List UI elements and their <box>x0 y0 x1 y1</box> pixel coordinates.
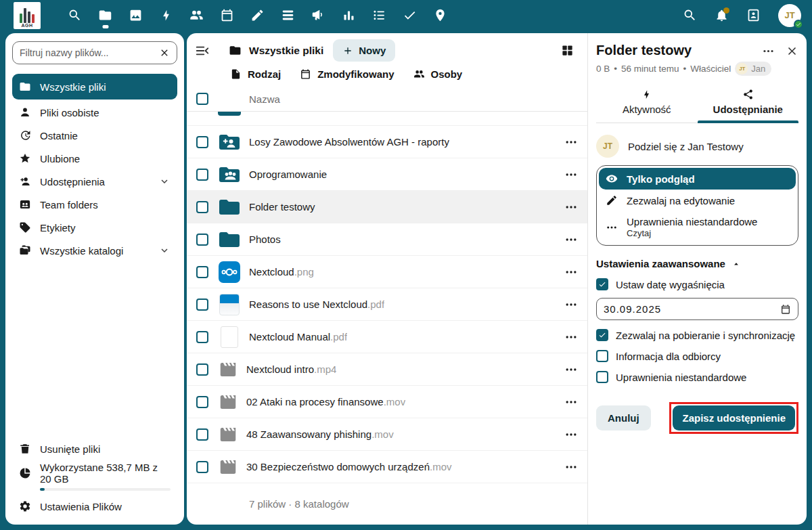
sidebar-nav: Wszystkie pliki Pliki osobiste Ostatnie … <box>12 74 177 262</box>
expiry-date-checkbox[interactable] <box>596 278 608 290</box>
owner-label: Właściciel <box>690 64 731 74</box>
sidebar-item-recent[interactable]: Ostatnie <box>12 124 177 147</box>
save-share-button[interactable]: Zapisz udostępnienie <box>673 405 795 430</box>
row-checkbox[interactable] <box>196 169 208 181</box>
column-header-name[interactable]: Nazwa <box>249 93 280 105</box>
row-actions-icon[interactable] <box>564 428 578 441</box>
option-view-only[interactable]: Tylko podgląd <box>599 168 796 190</box>
sidebar-item-shares[interactable]: Udostępnienia <box>12 170 177 193</box>
row-checkbox[interactable] <box>196 136 208 148</box>
sidebar-item-favorites[interactable]: Ulubione <box>12 147 177 170</box>
files-app-icon[interactable] <box>98 8 112 22</box>
cancel-button[interactable]: Anuluj <box>596 405 651 430</box>
panel-more-actions-icon[interactable] <box>762 45 775 58</box>
row-checkbox[interactable] <box>196 266 208 278</box>
bolt-icon <box>641 89 652 100</box>
row-checkbox[interactable] <box>196 396 208 408</box>
note-checkbox[interactable] <box>596 350 608 362</box>
row-checkbox[interactable] <box>196 201 208 213</box>
gear-icon <box>19 500 31 512</box>
advanced-settings-toggle[interactable]: Ustawienia zaawansowane <box>596 258 798 269</box>
filter-chip-type[interactable]: Rodzaj <box>230 68 281 80</box>
maps-app-icon[interactable] <box>433 8 447 22</box>
expiry-date-input[interactable]: 30.09.2025 <box>596 298 798 320</box>
photos-app-icon[interactable] <box>129 8 143 22</box>
contacts-menu-icon[interactable] <box>746 8 761 22</box>
checklist-app-icon[interactable] <box>372 8 386 22</box>
analytics-app-icon[interactable] <box>342 8 356 22</box>
new-button[interactable]: Nowy <box>333 39 395 62</box>
tasks-app-icon[interactable] <box>403 8 417 22</box>
row-actions-icon[interactable] <box>564 233 578 246</box>
file-row[interactable]: 30 Bezpieczeństwo domowych urządzeń.mov <box>187 451 587 483</box>
custom-permissions-checkbox[interactable] <box>596 371 608 383</box>
file-row[interactable]: Reasons to use Nextcloud.pdf <box>187 288 587 321</box>
clear-filter-icon[interactable] <box>159 47 170 58</box>
row-checkbox[interactable] <box>196 363 208 376</box>
agh-logo[interactable]: AGH <box>14 2 41 29</box>
owner-chip[interactable]: JT Jan <box>735 62 771 76</box>
notifications-bell-icon[interactable] <box>715 8 729 22</box>
announcements-app-icon[interactable] <box>311 8 325 22</box>
file-row[interactable]: Nextcloud Manual.pdf <box>187 321 587 353</box>
file-row[interactable]: Photos <box>187 223 587 256</box>
sidebar-item-deleted-files[interactable]: Usunięte pliki <box>12 437 177 460</box>
tab-activity[interactable]: Aktywność <box>596 84 698 123</box>
row-actions-icon[interactable] <box>564 168 578 181</box>
partially-scrolled-row[interactable] <box>187 112 587 126</box>
expiry-date-checkbox-row[interactable]: Ustaw datę wygaśnięcia <box>596 278 798 290</box>
tab-sharing[interactable]: Udostępnianie <box>698 84 799 123</box>
file-row[interactable]: Losy Zawodowe Absolwentów AGH - raporty <box>187 126 587 158</box>
custom-permissions-checkbox-row[interactable]: Uprawnienia niestandardowe <box>596 371 798 383</box>
deck-app-icon[interactable] <box>281 8 295 22</box>
sidebar-item-all-catalogs[interactable]: Wszystkie katalogi <box>12 239 177 262</box>
row-actions-icon[interactable] <box>564 460 578 474</box>
chevron-down-icon[interactable] <box>158 244 171 257</box>
row-checkbox[interactable] <box>196 299 208 311</box>
collapse-sidebar-icon[interactable] <box>195 43 210 58</box>
breadcrumb[interactable]: Wszystkie pliki <box>229 44 323 57</box>
sidebar-item-all-files[interactable]: Wszystkie pliki <box>12 74 177 100</box>
row-actions-icon[interactable] <box>564 135 578 149</box>
row-actions-icon[interactable] <box>564 395 578 409</box>
download-checkbox-row[interactable]: Zezwalaj na pobieranie i synchronizację <box>596 329 798 341</box>
row-checkbox[interactable] <box>196 428 208 441</box>
calendar-app-icon[interactable] <box>220 8 234 22</box>
row-checkbox[interactable] <box>196 234 208 246</box>
file-row[interactable]: Nextcloud.png <box>187 256 587 288</box>
file-row[interactable]: 02 Ataki na procesy finansowe.mov <box>187 386 587 418</box>
select-all-checkbox[interactable] <box>196 93 208 105</box>
sidebar-item-tags[interactable]: Etykiety <box>12 216 177 239</box>
row-actions-icon[interactable] <box>564 298 578 311</box>
note-checkbox-row[interactable]: Informacja dla odbiorcy <box>596 350 798 362</box>
row-actions-icon[interactable] <box>564 330 578 344</box>
file-row[interactable]: Oprogramowanie <box>187 158 587 191</box>
file-row[interactable]: Nextcloud intro.mp4 <box>187 353 587 386</box>
contacts-app-icon[interactable] <box>189 8 204 22</box>
filter-chip-modified[interactable]: Zmodyfikowany <box>300 68 394 80</box>
row-checkbox[interactable] <box>196 461 208 473</box>
sidebar-item-files-settings[interactable]: Ustawienia Plików <box>12 495 177 518</box>
panel-close-icon[interactable] <box>786 45 798 58</box>
option-allow-editing[interactable]: Zezwalaj na edytowanie <box>599 190 796 211</box>
row-actions-icon[interactable] <box>564 363 578 376</box>
sidebar-item-team-folders[interactable]: Team folders <box>12 193 177 216</box>
option-custom-permissions[interactable]: Uprawnienia niestandardowe Czytaj <box>599 211 796 243</box>
notes-app-icon[interactable] <box>250 8 265 22</box>
custom-permissions-current: Czytaj <box>627 228 757 238</box>
unified-search-icon[interactable] <box>683 8 697 22</box>
download-checkbox[interactable] <box>596 329 608 341</box>
file-row[interactable]: 48 Zaawansowany phishing.mov <box>187 418 587 451</box>
row-actions-icon[interactable] <box>564 265 578 279</box>
activity-app-icon[interactable] <box>159 8 173 22</box>
row-actions-icon[interactable] <box>564 200 578 214</box>
chevron-down-icon[interactable] <box>158 175 171 187</box>
search-app-icon[interactable] <box>68 8 82 22</box>
grid-view-toggle-icon[interactable] <box>561 44 574 57</box>
row-checkbox[interactable] <box>196 331 208 343</box>
filter-chip-people[interactable]: Osoby <box>413 68 463 80</box>
sidebar-item-personal-files[interactable]: Pliki osobiste <box>12 101 177 124</box>
filter-files-input[interactable] <box>20 47 159 58</box>
user-avatar[interactable]: JT <box>778 4 801 27</box>
file-row-selected[interactable]: Folder testowy <box>187 191 587 223</box>
